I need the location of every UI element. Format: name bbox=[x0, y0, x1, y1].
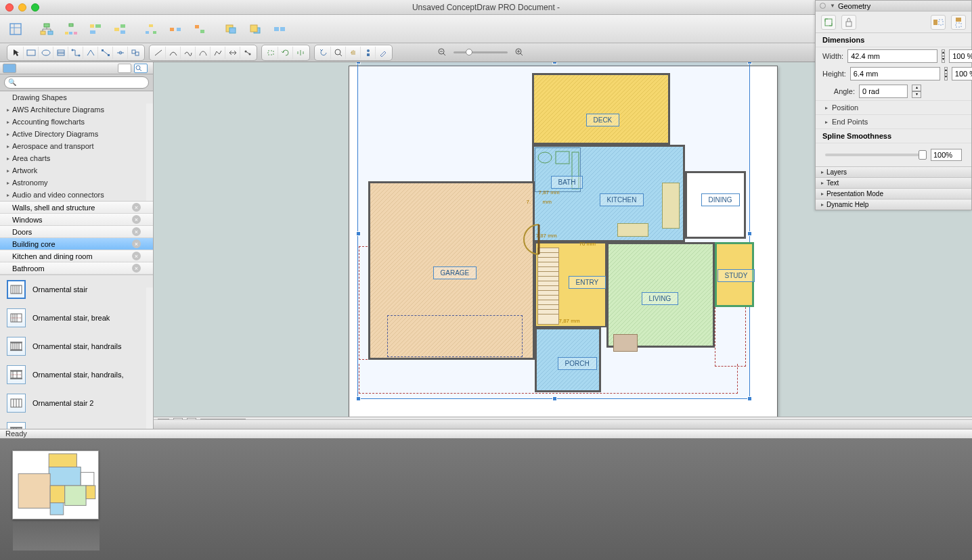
shape-thumb[interactable] bbox=[7, 394, 26, 413]
island[interactable] bbox=[617, 223, 648, 237]
search-input[interactable] bbox=[4, 76, 149, 89]
canvas-hscroll[interactable] bbox=[154, 419, 972, 429]
panel-close-icon[interactable] bbox=[820, 3, 826, 9]
selection-handle[interactable] bbox=[747, 62, 752, 64]
selection-handle[interactable] bbox=[552, 62, 557, 64]
fireplace[interactable] bbox=[613, 334, 638, 352]
close-icon[interactable]: × bbox=[132, 252, 141, 260]
shape-thumb[interactable] bbox=[7, 365, 26, 384]
counter[interactable] bbox=[662, 183, 680, 229]
resize-icon[interactable] bbox=[821, 15, 836, 30]
tree-item[interactable]: Active Directory Diagrams bbox=[0, 128, 153, 140]
selection-handle[interactable] bbox=[747, 231, 752, 236]
tree-item[interactable]: Accounting flowcharts bbox=[0, 116, 153, 128]
close-icon[interactable]: × bbox=[132, 227, 141, 236]
selection-handle[interactable] bbox=[356, 62, 361, 64]
align-icon[interactable] bbox=[271, 20, 288, 38]
rectangle-tool[interactable] bbox=[24, 47, 39, 59]
close-icon[interactable]: × bbox=[132, 215, 141, 224]
bezier-tool[interactable] bbox=[196, 47, 211, 59]
shape-thumb[interactable] bbox=[7, 308, 26, 327]
arc-tool[interactable] bbox=[166, 47, 181, 59]
rotate-tool[interactable] bbox=[278, 47, 293, 59]
panel-title[interactable]: ▼ Geometry bbox=[816, 1, 971, 11]
eyedropper-icon[interactable] bbox=[376, 47, 391, 59]
search-tab[interactable] bbox=[134, 64, 148, 73]
tree-item[interactable]: Artwork bbox=[0, 164, 153, 177]
tree-item[interactable]: Astronomy bbox=[0, 177, 153, 189]
sublist-item[interactable]: Windows× bbox=[0, 214, 153, 226]
line-tool[interactable] bbox=[151, 47, 166, 59]
tree-scrollbar[interactable] bbox=[146, 103, 153, 201]
node-tool[interactable] bbox=[240, 47, 255, 59]
connector-tool[interactable] bbox=[68, 47, 83, 59]
grid-view-tab[interactable] bbox=[118, 64, 131, 73]
doublearrow-tool[interactable] bbox=[225, 47, 240, 59]
group-tool[interactable] bbox=[128, 47, 143, 59]
sublist-item-selected[interactable]: Building core× bbox=[0, 238, 153, 250]
org-chart-icon[interactable] bbox=[62, 20, 80, 38]
pointer-tool[interactable] bbox=[9, 47, 24, 59]
tree-chart-icon[interactable] bbox=[38, 20, 56, 38]
endpoints-disclosure[interactable]: End Points bbox=[816, 114, 971, 129]
flip-h-icon[interactable] bbox=[931, 15, 946, 30]
shape-thumb[interactable] bbox=[7, 422, 26, 429]
zoom-in-icon[interactable] bbox=[514, 47, 524, 58]
auto-layout-icon[interactable] bbox=[142, 20, 160, 38]
close-icon[interactable]: × bbox=[132, 203, 141, 212]
connection-point-tool[interactable] bbox=[113, 47, 128, 59]
tree-item[interactable]: Audio and video connectors bbox=[0, 189, 153, 201]
height-stepper[interactable]: ▴▾ bbox=[944, 67, 948, 80]
width-stepper[interactable]: ▴▾ bbox=[942, 49, 945, 63]
info-tool[interactable] bbox=[361, 47, 376, 59]
distribute-icon[interactable] bbox=[167, 20, 184, 38]
lock-icon[interactable] bbox=[841, 15, 856, 30]
accordion-presentation[interactable]: Presentation Mode bbox=[816, 188, 971, 199]
selection-handle[interactable] bbox=[356, 231, 361, 236]
angle-stepper[interactable]: ▴▾ bbox=[912, 85, 921, 98]
sublist-item[interactable]: Kitchen and dining room× bbox=[0, 250, 153, 262]
flip-tool[interactable] bbox=[293, 47, 308, 59]
width-pct-input[interactable] bbox=[949, 49, 972, 63]
flip-v-icon[interactable] bbox=[951, 15, 966, 30]
angle-input[interactable] bbox=[859, 85, 908, 98]
shapes-scrollbar[interactable] bbox=[146, 287, 153, 429]
smart-connector-tool[interactable] bbox=[83, 47, 98, 59]
page-thumbnail[interactable] bbox=[12, 450, 99, 519]
flowchart-icon[interactable] bbox=[111, 20, 129, 38]
sublist-item[interactable]: Doors× bbox=[0, 226, 153, 238]
tree-item[interactable]: Drawing Shapes bbox=[0, 91, 153, 103]
close-icon[interactable]: × bbox=[132, 239, 141, 248]
ellipse-tool[interactable] bbox=[39, 47, 53, 59]
zoom-slider[interactable] bbox=[454, 51, 508, 53]
direct-connect-tool[interactable] bbox=[98, 47, 113, 59]
library-icon[interactable] bbox=[7, 20, 24, 38]
close-icon[interactable] bbox=[5, 3, 14, 11]
zoom-out-icon[interactable] bbox=[437, 47, 447, 58]
height-pct-input[interactable] bbox=[952, 67, 972, 80]
minimize-icon[interactable] bbox=[18, 3, 26, 11]
selection-handle[interactable] bbox=[552, 396, 557, 401]
height-input[interactable] bbox=[850, 67, 940, 80]
space-icon[interactable] bbox=[191, 20, 208, 38]
spline-tool[interactable] bbox=[181, 47, 196, 59]
library-tab[interactable] bbox=[3, 64, 16, 73]
width-input[interactable] bbox=[847, 49, 937, 63]
selection-handle[interactable] bbox=[747, 396, 752, 401]
zoom-icon[interactable] bbox=[331, 47, 346, 59]
spline-value-input[interactable] bbox=[931, 149, 962, 161]
close-icon[interactable]: × bbox=[132, 264, 141, 273]
accordion-help[interactable]: Dynamic Help bbox=[816, 199, 971, 210]
selection-handle[interactable] bbox=[356, 396, 361, 401]
stairs[interactable] bbox=[537, 248, 559, 325]
maximize-icon[interactable] bbox=[31, 3, 39, 11]
crop-tool[interactable] bbox=[263, 47, 278, 59]
spline-slider[interactable] bbox=[825, 154, 927, 156]
tree-item[interactable]: Aerospace and transport bbox=[0, 140, 153, 152]
sublist-item[interactable]: Bathroom× bbox=[0, 262, 153, 275]
room-deck[interactable] bbox=[532, 73, 670, 145]
sublist-item[interactable]: Walls, shell and structure× bbox=[0, 202, 153, 214]
drawing-page[interactable]: DECK BATH KITCHEN DINING bbox=[349, 66, 778, 417]
send-back-icon[interactable] bbox=[246, 20, 264, 38]
accordion-layers[interactable]: Layers bbox=[816, 166, 971, 177]
